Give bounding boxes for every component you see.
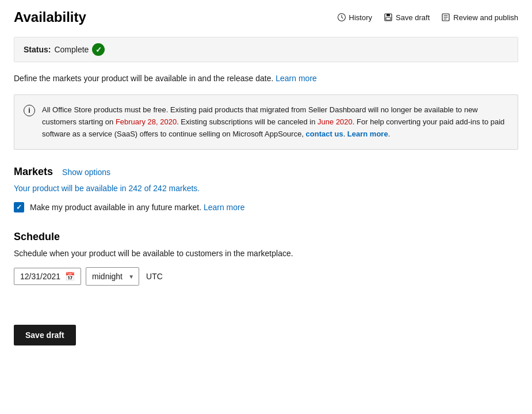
date-input-wrapper[interactable]: 12/31/2021 📅	[14, 268, 81, 285]
date-value: 12/31/2021	[20, 272, 60, 281]
review-publish-link[interactable]: Review and publish	[441, 13, 518, 22]
info-contact-us[interactable]: contact us	[306, 130, 343, 138]
schedule-title: Schedule	[14, 231, 60, 243]
svg-rect-1	[386, 14, 390, 16]
status-value: Complete	[54, 45, 89, 54]
header-save-draft-label: Save draft	[396, 13, 430, 22]
schedule-header: Schedule	[14, 231, 518, 243]
review-publish-icon	[441, 13, 450, 22]
calendar-icon[interactable]: 📅	[65, 272, 75, 281]
info-box: i All Office Store products must be free…	[14, 94, 518, 150]
info-text-part2: . Existing subscriptions will be cancele…	[177, 117, 317, 126]
status-bar: Status: Complete	[14, 37, 518, 62]
status-label: Status:	[24, 45, 51, 54]
time-select[interactable]: midnight 1 AM 2 AM 3 AM 6 AM 12 PM 6 PM …	[86, 268, 139, 285]
future-market-checkbox-row: Make my product available in any future …	[14, 202, 518, 212]
header-save-draft-link[interactable]: Save draft	[384, 13, 430, 22]
utc-label: UTC	[146, 272, 163, 281]
markets-section: Markets Show options Your product will b…	[14, 166, 518, 212]
future-market-learn-more[interactable]: Learn more	[204, 203, 245, 212]
markets-text-prefix: Your product will be available in	[14, 184, 129, 193]
page-title: Availability	[14, 9, 86, 25]
schedule-inputs: 12/31/2021 📅 midnight 1 AM 2 AM 3 AM 6 A…	[14, 267, 518, 286]
time-select-wrapper[interactable]: midnight 1 AM 2 AM 3 AM 6 AM 12 PM 6 PM …	[86, 267, 139, 286]
info-date2: June 2020	[317, 117, 353, 126]
future-market-label: Make my product available in any future …	[30, 203, 245, 212]
save-draft-button[interactable]: Save draft	[14, 325, 76, 345]
checkbox-text: Make my product available in any future …	[30, 203, 201, 212]
info-date1: February 28, 2020	[116, 117, 177, 126]
status-complete-icon	[92, 43, 105, 56]
info-box-text: All Office Store products must be free. …	[42, 104, 508, 140]
description-learn-more[interactable]: Learn more	[275, 74, 317, 83]
future-market-checkbox[interactable]	[14, 202, 24, 212]
markets-availability-text: Your product will be available in 242 of…	[14, 184, 518, 193]
review-publish-label: Review and publish	[453, 13, 518, 22]
markets-header: Markets Show options	[14, 166, 518, 178]
history-label: History	[349, 13, 372, 22]
info-period: .	[388, 130, 391, 138]
schedule-section: Schedule Schedule when your product will…	[14, 231, 518, 286]
markets-title: Markets	[14, 166, 53, 178]
history-link[interactable]: History	[337, 13, 372, 22]
markets-count: 242 of 242 markets	[129, 184, 198, 193]
info-separator: .	[343, 130, 347, 138]
page-header: Availability History Save draft	[14, 9, 518, 25]
show-options-link[interactable]: Show options	[62, 168, 110, 177]
save-draft-icon	[384, 13, 393, 22]
info-icon: i	[24, 105, 35, 116]
svg-rect-2	[386, 17, 391, 20]
description-text: Define the markets your product will be …	[14, 74, 518, 83]
description-main: Define the markets your product will be …	[14, 74, 273, 83]
schedule-description: Schedule when your product will be avail…	[14, 249, 518, 258]
header-actions: History Save draft Review and publish	[337, 13, 518, 22]
markets-text-suffix: .	[197, 184, 200, 193]
history-icon	[337, 13, 346, 22]
info-learn-more[interactable]: Learn more	[347, 130, 388, 138]
